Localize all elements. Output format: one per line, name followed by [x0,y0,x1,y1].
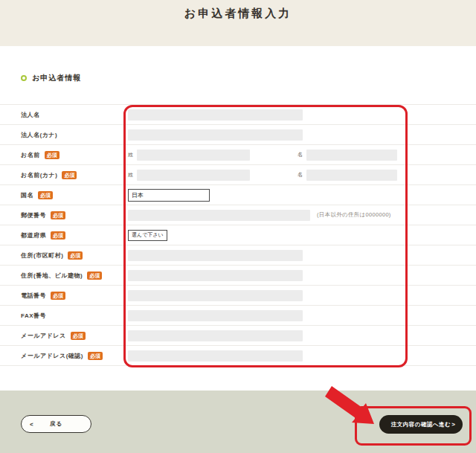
field-label-cell: お名前(カナ)必須 [0,171,128,179]
section-title: お申込者情報 [32,73,81,83]
required-badge: 必須 [71,332,86,340]
postal-input[interactable] [128,210,310,221]
field-cell: 選んで下さい [128,230,476,241]
field-label-cell: メールアドレス必須 [0,332,128,340]
form-row: お名前必須姓名 [0,145,476,165]
required-badge: 必須 [51,211,65,219]
text-input[interactable] [128,129,303,141]
field-label: 法人名(カナ) [21,131,57,139]
field-cell [128,330,476,341]
required-badge: 必須 [38,191,53,199]
field-label-cell: 都道府県必須 [0,231,128,240]
field-cell: 日本 [128,189,476,202]
text-input[interactable] [128,109,303,121]
field-label: メールアドレス [21,332,66,340]
field-label: 法人名 [21,111,40,119]
field-label-cell: 法人名 [0,111,128,119]
field-cell: 姓名 [128,150,476,161]
required-badge: 必須 [51,231,65,240]
lastname-label: 姓 [128,171,133,179]
field-label: FAX番号 [21,312,46,320]
required-badge: 必須 [87,272,102,280]
confirm-order-button-label: 注文内容の確認へ進む [391,421,451,428]
required-badge: 必須 [45,151,60,159]
required-badge: 必須 [68,251,83,260]
page-header: お申込者情報入力 [0,0,476,46]
form-row: 住所(番地、ビル建物)必須 [0,266,476,286]
section-bullet-circle-icon [21,75,27,81]
field-cell [128,290,476,301]
field-label-cell: FAX番号 [0,312,128,320]
required-badge: 必須 [62,171,77,179]
text-input[interactable] [128,350,303,362]
section-header: お申込者情報 [21,73,476,83]
text-input[interactable] [128,250,303,261]
firstname-label: 名 [298,171,303,179]
field-cell [128,250,476,261]
form-row: メールアドレス(確認)必須 [0,346,476,366]
field-cell: (日本以外の住所は0000000) [128,210,476,221]
prefecture-select[interactable]: 選んで下さい [128,230,167,241]
field-cell [128,270,476,281]
field-label-cell: 国名必須 [0,191,128,199]
field-label: 郵便番号 [21,211,46,219]
field-label: お名前(カナ) [21,171,57,179]
firstname-label: 名 [298,151,303,158]
page-title: お申込者情報入力 [184,7,292,21]
form-row: FAX番号 [0,306,476,326]
form-row: お名前(カナ)必須姓名 [0,165,476,185]
form-row: 法人名(カナ) [0,125,476,145]
field-label: 都道府県 [21,231,46,240]
form-row: 都道府県必須選んで下さい [0,225,476,245]
field-label-cell: 電話番号必須 [0,292,128,300]
field-cell [128,129,476,141]
field-label: お名前 [21,151,40,159]
form-row: メールアドレス必須 [0,326,476,346]
field-label: 住所(番地、ビル建物) [21,272,83,280]
form-row: 国名必須日本 [0,185,476,205]
form-row: 住所(市区町村)必須 [0,245,476,266]
form-row: 電話番号必須 [0,286,476,306]
field-label: 住所(市区町村) [21,251,63,260]
required-badge: 必須 [88,352,103,360]
footer-bar: < 戻る 注文内容の確認へ進む > [0,391,476,453]
confirm-order-button[interactable]: 注文内容の確認へ進む > [379,415,463,434]
field-label: メールアドレス(確認) [21,352,83,360]
chevron-right-icon: > [451,421,455,428]
lastname-input[interactable] [137,150,250,161]
text-input[interactable] [128,290,303,301]
back-button-label: 戻る [50,420,62,428]
form-rows: 法人名法人名(カナ)お名前必須姓名お名前(カナ)必須姓名国名必須日本郵便番号必須… [0,104,476,366]
firstname-input[interactable] [306,170,397,181]
form-row: 法人名 [0,105,476,125]
field-cell [128,109,476,121]
country-input[interactable]: 日本 [128,189,210,202]
field-label-cell: 住所(番地、ビル建物)必須 [0,272,128,280]
field-label-cell: 法人名(カナ) [0,131,128,139]
firstname-input[interactable] [306,150,397,161]
text-input[interactable] [128,330,303,341]
field-label: 電話番号 [21,292,46,300]
field-cell [128,310,476,321]
field-label-cell: お名前必須 [0,151,128,159]
field-label: 国名 [21,191,33,199]
chevron-left-icon: < [30,421,33,428]
field-cell [128,350,476,362]
required-badge: 必須 [51,292,65,300]
lastname-input[interactable] [137,170,250,181]
back-button[interactable]: < 戻る [21,415,91,433]
form-row: 郵便番号必須(日本以外の住所は0000000) [0,205,476,225]
field-cell: 姓名 [128,170,476,181]
text-input[interactable] [128,270,303,281]
main-content: お申込者情報 法人名法人名(カナ)お名前必須姓名お名前(カナ)必須姓名国名必須日… [0,46,476,391]
applicant-info-page: { "page": { "title": "お申込者情報入力" }, "sect… [0,0,476,453]
field-label-cell: 住所(市区町村)必須 [0,251,128,260]
lastname-label: 姓 [128,151,133,158]
field-label-cell: 郵便番号必須 [0,211,128,219]
text-input[interactable] [128,310,303,321]
field-label-cell: メールアドレス(確認)必須 [0,352,128,360]
postal-note: (日本以外の住所は0000000) [317,211,391,219]
